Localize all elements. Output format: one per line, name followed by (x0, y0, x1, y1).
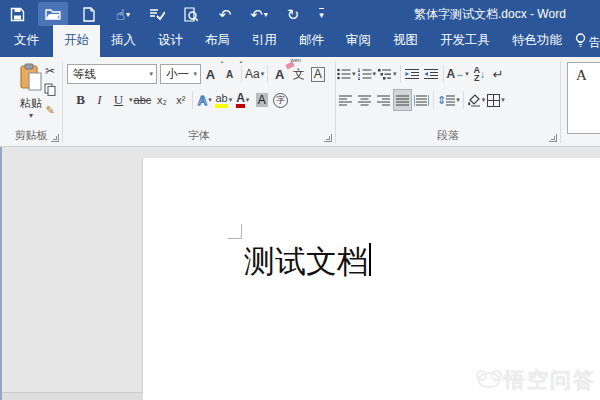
font-color-button[interactable]: A▾ (233, 89, 252, 111)
tab-file[interactable]: 文件 (0, 25, 53, 57)
decrease-indent-button[interactable] (403, 63, 422, 85)
save-button[interactable] (0, 2, 34, 26)
superscript-button[interactable]: x² (171, 89, 190, 111)
shrink-font-button[interactable]: Aˇ (220, 63, 239, 85)
copy-button[interactable] (42, 83, 58, 98)
sort-button[interactable]: AZ↓ (470, 63, 489, 85)
chinese-layout-button[interactable]: A↔▾ (446, 63, 470, 85)
tab-review[interactable]: 审阅 (335, 25, 382, 57)
chevron-down-icon: ▾ (456, 96, 460, 104)
tab-design[interactable]: 设计 (147, 25, 194, 57)
text-effects-button[interactable]: A▾ (195, 89, 214, 111)
clear-formatting-button[interactable]: A (270, 63, 289, 85)
multilevel-list-button[interactable]: ▾ (377, 63, 398, 85)
bold-button[interactable]: B (71, 89, 90, 111)
align-right-icon (377, 95, 390, 106)
open-folder-icon (45, 7, 61, 21)
margin-crop-mark-icon (228, 224, 242, 239)
justify-button[interactable] (393, 89, 412, 111)
chevron-down-icon: ▾ (501, 96, 505, 104)
spell-check-button[interactable] (140, 2, 174, 26)
new-document-icon (83, 7, 95, 22)
text-effects-icon: A (198, 93, 207, 108)
separator (433, 91, 434, 109)
show-hide-marks-button[interactable]: ↵ (489, 63, 508, 85)
cut-scissors-icon: ✂ (45, 64, 55, 78)
tab-special-features[interactable]: 特色功能 (501, 25, 573, 57)
line-spacing-button[interactable]: ⇕▾ (436, 89, 461, 111)
shading-button[interactable]: ▾ (466, 89, 487, 111)
redo-icon: ↻ (287, 7, 300, 22)
change-case-icon: Aa (245, 67, 260, 81)
enclose-characters-button[interactable]: 字 (271, 89, 290, 111)
tab-view[interactable]: 视图 (382, 25, 429, 57)
tell-me-box[interactable]: 告 (575, 33, 600, 57)
tab-layout[interactable]: 布局 (194, 25, 241, 57)
document-page[interactable]: 测试文档 悟空问答 (143, 158, 600, 400)
styles-group: A (561, 57, 600, 146)
align-left-button[interactable] (336, 89, 355, 111)
watermark-text: 悟空问答 (504, 366, 596, 394)
customize-qat-button[interactable]: ▾ (310, 2, 332, 26)
cut-button[interactable]: ✂ (42, 63, 58, 78)
separator (267, 65, 268, 83)
text-highlight-button[interactable]: ab▾ (214, 89, 233, 111)
character-border-button[interactable]: A (308, 63, 327, 85)
grow-font-button[interactable]: Aˆ (201, 63, 220, 85)
chevron-down-icon: ▾ (208, 96, 212, 104)
tab-home[interactable]: 开始 (53, 25, 100, 57)
align-center-button[interactable] (355, 89, 374, 111)
document-area: 测试文档 悟空问答 (0, 147, 600, 400)
increase-indent-button[interactable] (422, 63, 441, 85)
print-preview-button[interactable] (174, 2, 208, 26)
subscript-button[interactable]: x₂ (152, 89, 171, 111)
change-case-button[interactable]: Aa▾ (244, 63, 265, 85)
paragraph-dialog-launcher[interactable] (549, 134, 557, 142)
undo-dropdown-button[interactable]: ↶ ▾ (242, 2, 276, 26)
bullets-button[interactable]: ▾ (336, 63, 357, 85)
tab-developer[interactable]: 开发工具 (429, 25, 501, 57)
decrease-indent-icon (405, 68, 419, 80)
window-title: 繁体字测试文档.docx - Word (414, 0, 566, 28)
redo-button[interactable]: ↻ (276, 2, 310, 26)
character-border-icon: A (311, 67, 325, 82)
strikethrough-button[interactable]: abc (133, 89, 153, 111)
borders-button[interactable]: ▾ (486, 89, 506, 111)
undo-button[interactable]: ↶ (208, 2, 242, 26)
spell-check-icon (149, 7, 165, 21)
separator (463, 91, 464, 109)
underline-icon: U (114, 92, 123, 108)
tab-mailings[interactable]: 邮件 (288, 25, 335, 57)
paste-clipboard-icon (19, 80, 43, 94)
align-right-button[interactable] (374, 89, 393, 111)
multilevel-list-icon (378, 68, 392, 80)
separator (400, 65, 401, 83)
open-button[interactable] (38, 2, 68, 26)
title-bar: ☝ ▾ ↶ ↶ ▾ ↻ ▾ 繁体字测试文档.docx - Word (0, 0, 600, 28)
distributed-button[interactable] (412, 89, 431, 111)
character-shading-button[interactable]: A (252, 89, 271, 111)
font-color-icon: A (236, 92, 245, 108)
phonetic-guide-button[interactable]: wén文 (289, 63, 308, 85)
font-dialog-launcher[interactable] (324, 134, 332, 142)
copy-icon (44, 83, 56, 99)
text-cursor (369, 243, 371, 276)
underline-button[interactable]: U (109, 89, 128, 111)
chevron-down-icon: ▾ (193, 70, 197, 78)
italic-button[interactable]: I (90, 89, 109, 111)
document-body-text[interactable]: 测试文档 (244, 241, 371, 283)
quick-access-toolbar: ☝ ▾ ↶ ↶ ▾ ↻ ▾ (0, 0, 332, 28)
ribbon-tab-row: 文件 开始 插入 设计 布局 引用 邮件 审阅 视图 开发工具 特色功能 告 (0, 28, 600, 57)
font-size-combo[interactable]: 小一 ▾ (160, 64, 201, 84)
clipboard-dialog-launcher[interactable] (51, 134, 59, 142)
numbering-button[interactable]: ▾ (357, 63, 378, 85)
new-document-button[interactable] (72, 2, 106, 26)
tab-references[interactable]: 引用 (241, 25, 288, 57)
format-painter-button[interactable]: ✎ (42, 103, 58, 118)
tab-insert[interactable]: 插入 (100, 25, 147, 57)
styles-gallery[interactable]: A (567, 62, 600, 134)
touch-mode-button[interactable]: ☝ ▾ (106, 2, 140, 26)
tell-me-label: 告 (589, 34, 600, 51)
separator (443, 65, 444, 83)
font-name-combo[interactable]: 等线 ▾ (67, 64, 157, 84)
